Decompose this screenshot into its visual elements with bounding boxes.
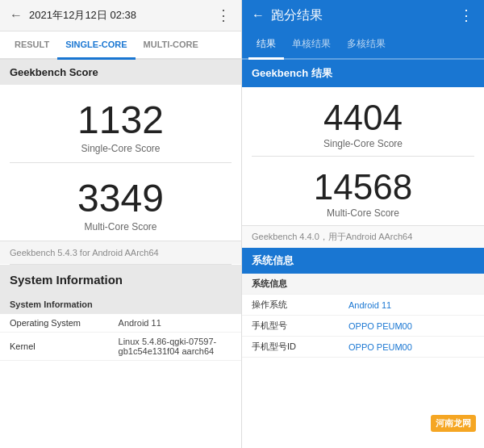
table-row: Kernel Linux 5.4.86-qgki-07597-gb1c54e13… [0, 333, 241, 361]
left-multi-core-block: 3349 Multi-Core Score [0, 163, 241, 241]
right-panel: ← 跑分结果 ⋮ 结果 单核结果 多核结果 Geekbench 结果 4404 … [242, 0, 484, 448]
right-section-header: Geekbench 结果 [242, 60, 484, 87]
right-header-title: 跑分结果 [271, 7, 323, 24]
sys-row-kernel-value: Linux 5.4.86-qgki-07597-gb1c54e131f04 aa… [109, 333, 241, 361]
tab-multi-core[interactable]: MULTI-CORE [136, 31, 207, 60]
right-single-core-score: 4404 [323, 100, 403, 136]
table-row: 操作系统 Android 11 [242, 295, 484, 316]
right-header-left: ← 跑分结果 [252, 7, 323, 24]
left-multi-core-score: 3349 [77, 179, 164, 218]
tab-results[interactable]: 结果 [248, 31, 284, 60]
right-version: Geekbench 4.4.0，用于Android AArch64 [242, 225, 484, 248]
left-section-header: Geekbench Score [0, 60, 241, 85]
left-version: Geekbench 5.4.3 for Android AArch64 [0, 241, 241, 264]
right-back-icon[interactable]: ← [252, 8, 265, 23]
left-panel: ← 2021年12月12日 02:38 ⋮ RESULT SINGLE-CORE… [0, 0, 242, 448]
left-header-left: ← 2021年12月12日 02:38 [10, 8, 136, 23]
right-multi-core-block: 14568 Multi-Core Score [242, 157, 484, 225]
right-multi-core-score: 14568 [314, 170, 412, 205]
right-sys-table-section: 系统信息 [242, 274, 484, 295]
left-single-core-label: Single-Core Score [81, 143, 160, 154]
right-sys-os-key: 操作系统 [242, 295, 339, 316]
watermark: 河南龙网 [431, 415, 476, 432]
table-row: 手机型号ID OPPO PEUM00 [242, 337, 484, 358]
left-header: ← 2021年12月12日 02:38 ⋮ [0, 0, 241, 31]
right-sys-table: 系统信息 操作系统 Android 11 手机型号 OPPO PEUM00 手机… [242, 274, 484, 358]
tab-result[interactable]: RESULT [6, 31, 57, 60]
table-row: 系统信息 [242, 274, 484, 295]
left-sys-table-header: System Information [0, 295, 241, 314]
right-single-core-block: 4404 Single-Core Score [242, 87, 484, 156]
right-multi-core-label: Multi-Core Score [327, 207, 399, 219]
tab-single-results[interactable]: 单核结果 [284, 31, 339, 60]
left-single-core-block: 1132 Single-Core Score [0, 85, 241, 162]
left-menu-icon[interactable]: ⋮ [216, 6, 232, 24]
left-tab-bar: RESULT SINGLE-CORE MULTI-CORE [0, 31, 241, 60]
right-single-core-label: Single-Core Score [323, 138, 403, 149]
right-tab-bar: 结果 单核结果 多核结果 [242, 31, 484, 60]
left-single-core-score: 1132 [77, 101, 164, 140]
sys-row-kernel-key: Kernel [0, 333, 109, 361]
left-header-title: 2021年12月12日 02:38 [29, 8, 136, 23]
right-menu-icon[interactable]: ⋮ [459, 6, 474, 24]
right-sys-model-value: OPPO PEUM00 [339, 316, 484, 337]
right-header: ← 跑分结果 ⋮ [242, 0, 484, 31]
left-sys-table: System Information Operating System Andr… [0, 295, 241, 361]
sys-row-os-value: Android 11 [109, 314, 241, 333]
right-sys-modelid-value: OPPO PEUM00 [339, 337, 484, 358]
tab-multi-results[interactable]: 多核结果 [339, 31, 394, 60]
table-row: Operating System Android 11 [0, 314, 241, 333]
left-sys-info-header: System Information [0, 265, 241, 295]
right-sys-header: 系统信息 [242, 248, 484, 274]
left-back-icon[interactable]: ← [10, 8, 23, 23]
right-sys-model-key: 手机型号 [242, 316, 339, 337]
sys-row-os-key: Operating System [0, 314, 109, 333]
right-sys-modelid-key: 手机型号ID [242, 337, 339, 358]
left-sys-info-section: System Information System Information Op… [0, 265, 241, 448]
left-multi-core-label: Multi-Core Score [84, 221, 156, 232]
right-sys-os-value: Android 11 [339, 295, 484, 316]
tab-single-core[interactable]: SINGLE-CORE [57, 31, 135, 60]
table-row: 手机型号 OPPO PEUM00 [242, 316, 484, 337]
